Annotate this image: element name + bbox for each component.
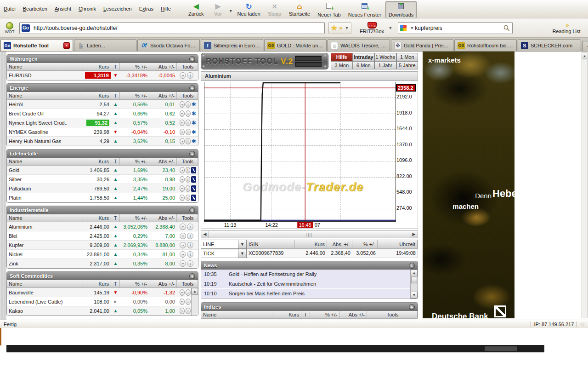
scroll-track[interactable]: |||| (209, 231, 410, 238)
url-field[interactable]: Go (19, 22, 325, 34)
timeframe-5-jahre-button[interactable]: 5 Jahre (396, 61, 418, 69)
menu-ansicht[interactable]: Ansicht (51, 5, 75, 13)
nav-neues-fenster-button[interactable]: +Neues Fenster (345, 1, 384, 18)
info-tool-icon[interactable]: i (187, 233, 193, 239)
reading-list-button[interactable]: » Reading List (548, 22, 584, 34)
menu-datei[interactable]: Datei (0, 5, 19, 13)
chevron-down-icon[interactable]: ▼ (238, 249, 246, 258)
info-tool-icon[interactable]: i (186, 110, 191, 117)
nav-neuer-tab-button[interactable]: +Neuer Tab (314, 1, 344, 18)
timeframe-1-woche-button[interactable]: 1 Woche (374, 53, 396, 61)
chart-tool-icon[interactable]: ~ (180, 251, 186, 258)
timeframe-intraday-button[interactable]: Intraday (353, 53, 375, 61)
table-row[interactable]: EUR/USD1,3119▼-0,3418%-0,0045~i (7, 71, 198, 80)
chart-tool-icon[interactable]: ~ (180, 176, 185, 183)
url-input[interactable] (33, 24, 322, 32)
status-star-icon[interactable]: ☆ (580, 321, 585, 328)
browser-scrollbar[interactable]: ▲ (582, 52, 588, 318)
fritzbox-dropdown-icon[interactable]: ▼ (389, 26, 393, 30)
wot-button[interactable]: WOT (2, 22, 17, 34)
menu-chronik[interactable]: Chronik (75, 5, 100, 13)
news-item[interactable]: 10:35Gold - Hoffen auf Fortsetzung der R… (201, 270, 418, 279)
plus-icon[interactable]: + (189, 273, 195, 279)
menu-lesezeichen[interactable]: Lesezeichen (100, 5, 136, 13)
settings-tool-icon[interactable]: ✱ (192, 138, 196, 144)
plus-icon[interactable]: + (409, 263, 415, 269)
news-item[interactable]: 10:10Sorgen bei Mais helfen dem Preis (201, 289, 418, 299)
table-row[interactable]: Kakao2.041,00▲0,05%1,00~i✱ (7, 306, 198, 316)
chart-tool-icon[interactable]: ~ (180, 101, 185, 108)
plus-icon[interactable]: + (189, 56, 195, 62)
tab-laden-[interactable]: ⣷Laden... (74, 39, 136, 51)
bookmark-star-icon[interactable]: ★ (331, 23, 337, 32)
nav-downloads-button[interactable]: ▼Downloads (385, 1, 417, 18)
search-input[interactable] (414, 24, 503, 32)
table-row[interactable]: Silber30,26▲3,35%0,98~i (7, 175, 198, 184)
plus-icon[interactable]: + (189, 207, 195, 213)
certificate-tool-icon[interactable] (191, 167, 196, 173)
info-tool-icon[interactable]: i (186, 185, 191, 192)
scroll-up-icon[interactable]: ▲ (582, 53, 587, 59)
table-row[interactable]: Heizöl2,54▲0,56%0,01~i✱ (7, 100, 198, 109)
news-item[interactable]: 10:19Kautschuk - Zeit für Gewinnmitnahme… (201, 279, 418, 289)
nav-startseite-button[interactable]: ⌂Startseite (286, 1, 313, 17)
menu-extras[interactable]: Extras (136, 5, 157, 13)
info-tool-icon[interactable]: i (186, 176, 191, 183)
tab-rohstoffe-tool[interactable]: GoRohstoffe Tool× (0, 39, 73, 51)
info-tool-icon[interactable]: i (186, 101, 191, 108)
info-tool-icon[interactable]: i (186, 308, 191, 314)
settings-tool-icon[interactable]: ✱ (192, 101, 196, 108)
table-row[interactable]: Platin1.758,50▲1,44%25,00~i (7, 193, 198, 202)
certificate-tool-icon[interactable] (191, 195, 196, 201)
chart-tool-icon[interactable]: ~ (180, 242, 186, 248)
chart-h-scrollbar[interactable]: ◀ |||| ▶ (201, 230, 418, 238)
section-scrollbar[interactable]: ▲ (191, 288, 198, 316)
chart-tool-icon[interactable]: ~ (180, 260, 186, 267)
table-row[interactable]: NYMEX Gasoline239,98▼-0,04%-0,10~i✱ (7, 127, 198, 137)
table-row[interactable]: Nickel23.891,00▲0,34%81,00~i (7, 250, 198, 259)
info-tool-icon[interactable]: i (187, 224, 193, 230)
info-tool-icon[interactable]: i (187, 260, 193, 267)
fritzbox-button[interactable]: FRITZ! FRITZ!Box (358, 22, 386, 34)
timeframe-3-mon-button[interactable]: 3 Mon (331, 61, 353, 69)
table-row[interactable]: Blei2.425,00▲0,29%7,00~i (7, 231, 198, 241)
table-row[interactable]: Aluminium2.446,00▲3.052,06%2.368,40~i (7, 222, 198, 231)
timeframe-1-mon-button[interactable]: 1 Mon (396, 53, 418, 61)
search-engine-icon[interactable] (400, 25, 407, 31)
info-tool-icon[interactable]: i (186, 167, 191, 173)
settings-tool-icon[interactable]: ✱ (192, 120, 196, 126)
settings-tool-icon[interactable]: ✱ (192, 129, 196, 135)
table-row[interactable]: Kupfer9.309,00▲2.069,93%8.880,00~i (7, 241, 198, 250)
chart-tool-icon[interactable]: ~ (180, 185, 185, 192)
table-row[interactable]: Palladium789,50▲2,47%19,00~i (7, 184, 198, 193)
timeframe-6-mon-button[interactable]: 6 Mon (353, 61, 375, 69)
nav-neu-laden-button[interactable]: ↻Neu laden (234, 1, 264, 17)
table-row[interactable]: Lebendrind (Live Cattle)108,00►0,00%0,00… (7, 297, 198, 306)
scroll-right-icon[interactable]: ▶ (410, 231, 418, 238)
chart-tool-icon[interactable]: ~ (180, 195, 185, 201)
tab-skoda-octavia-foru-[interactable]: 0fSkoda Octavia Foru... (137, 39, 200, 51)
tab-schlecker-com[interactable]: SSCHLECKER.com (518, 39, 580, 51)
info-tool-icon[interactable]: i (187, 72, 193, 79)
info-tool-icon[interactable]: i (186, 120, 191, 126)
chart-area[interactable]: Godmode-Trader.de 11:1314:2216:4507 2192… (201, 80, 418, 229)
table-row[interactable]: Henry Hub Natural Gas4,29▲3,62%0,15~i✱ (7, 137, 198, 146)
chart-tool-icon[interactable]: ~ (180, 224, 186, 230)
info-tool-icon[interactable]: i (187, 242, 193, 248)
tab-gold-panda-preisv-[interactable]: ※Gold Panda | Preisv... (391, 39, 453, 51)
certificate-tool-icon[interactable] (191, 176, 196, 183)
tab-close-icon[interactable]: × (63, 42, 70, 49)
table-row[interactable]: Zink2.317,00▲0,35%8,00~i (7, 259, 198, 268)
chart-tool-icon[interactable]: ~ (180, 110, 185, 117)
tick-select[interactable]: TICK ▼ (201, 249, 247, 258)
scroll-up-icon[interactable]: ▲ (411, 270, 418, 276)
plus-icon[interactable]: + (189, 151, 195, 157)
search-box[interactable]: ▼ (398, 22, 513, 34)
chart-tool-icon[interactable]: ~ (180, 308, 185, 314)
table-row[interactable]: Brent Crude Oil94,27▲0,66%0,62~i✱ (7, 109, 198, 118)
info-tool-icon[interactable]: i (186, 195, 191, 201)
chart-tool-icon[interactable]: ~ (180, 289, 185, 296)
history-dropdown-icon[interactable]: ▼ (229, 9, 233, 13)
scroll-thumb[interactable] (411, 277, 417, 283)
chart-tool-icon[interactable]: ~ (180, 299, 185, 305)
